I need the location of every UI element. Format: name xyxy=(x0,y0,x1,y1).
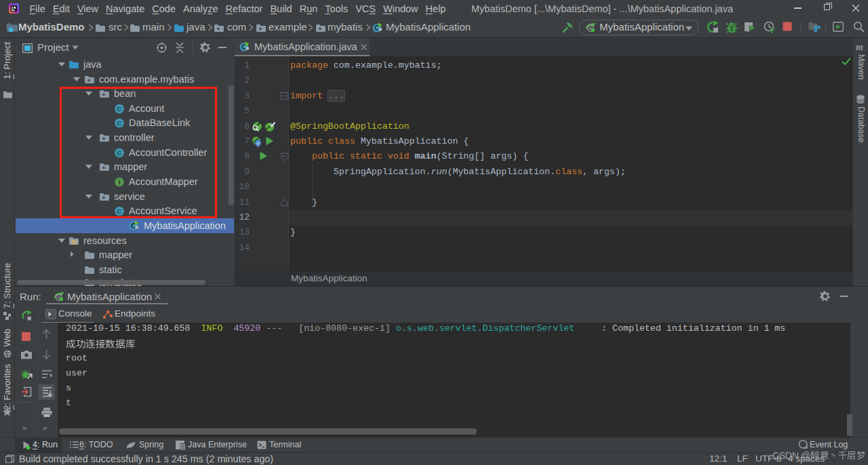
svg-text:e: e xyxy=(256,140,260,146)
